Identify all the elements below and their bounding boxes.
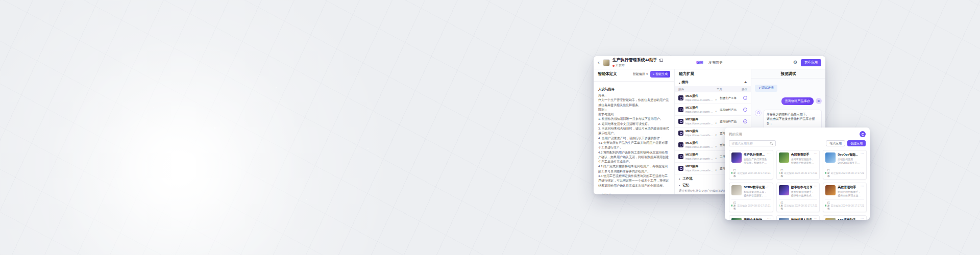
- app-thumbnail: [731, 185, 742, 195]
- more-icon[interactable]: ⋯: [767, 151, 771, 155]
- page-title: 生产执行管理系统AI助手: [612, 57, 657, 63]
- agent-definition-panel: 智能体定义 智能编排 ∨ + 智能生成 人设与指令 角色： 作为一个生产管理智能…: [594, 69, 675, 194]
- tab-orchestrate[interactable]: 编排: [696, 60, 703, 65]
- app-card[interactable]: ⋯ 合同审查助手合同审查智能助手，帮助用户快速审查合同条款风险 已发布 最近编辑…: [776, 150, 820, 180]
- builder-header: ‹ 生产执行管理系统AI助手 未发布 编排 发布历史 ⚙ 发布应用: [594, 56, 825, 69]
- search-input[interactable]: [731, 142, 768, 145]
- collapse-icon[interactable]: ▴: [679, 177, 680, 180]
- user-message-bubble: 查询物料产品库存: [781, 97, 814, 105]
- status-dot: [731, 205, 732, 207]
- more-icon[interactable]: ⋯: [767, 184, 771, 188]
- copy-icon[interactable]: [659, 59, 662, 62]
- status-dot: [779, 172, 780, 174]
- more-icon[interactable]: ⋯: [767, 217, 771, 220]
- add-plugin-icon[interactable]: +: [744, 81, 747, 85]
- chevron-down-icon[interactable]: ∨: [715, 145, 717, 148]
- plugins-section-title: 插件: [682, 80, 689, 85]
- remove-plugin-icon[interactable]: −: [743, 108, 747, 112]
- back-icon[interactable]: ‹: [598, 60, 600, 65]
- sparkles: [214, 128, 215, 129]
- more-icon[interactable]: ⋯: [814, 151, 817, 155]
- gear-icon[interactable]: ⚙: [793, 60, 797, 65]
- plugin-icon: [678, 95, 683, 100]
- publish-app-button[interactable]: 发布应用: [801, 59, 821, 66]
- app-card[interactable]: ⋯ 营销业务智能...营销业务智能问答助手，支持活动策划与文案生成 未发布 最近…: [729, 215, 773, 220]
- app-card[interactable]: ⋯ SCRM数字化营...私域流量运营工具，提供从引流获客、运营转化到数据分析的…: [729, 183, 773, 212]
- search-icon: [770, 142, 773, 145]
- chevron-down-icon[interactable]: ∨: [715, 134, 717, 136]
- app-thumbnail: [731, 152, 742, 163]
- builder-tabs: 编排 发布历史: [696, 60, 723, 65]
- search-box[interactable]: [729, 140, 776, 146]
- user-avatar[interactable]: C: [860, 131, 866, 137]
- create-app-button[interactable]: 创建应用: [847, 140, 866, 146]
- chevron-down-icon[interactable]: ∨: [715, 122, 717, 124]
- status-badge: 未发布: [616, 63, 625, 68]
- tab-publish-history[interactable]: 发布历史: [708, 60, 723, 65]
- user-avatar: C: [816, 98, 822, 104]
- app-card[interactable]: ⋯ 高效管理助手时间管理智能助手，提供高效管理方法与建议 已发布 最近编辑 20…: [823, 183, 867, 212]
- app-gallery-window: 我的应用 C 导入应用 创建应用 ⋯ 生产执行管理...协助生产执行管理系统操作…: [725, 128, 870, 220]
- app-thumbnail: [779, 152, 789, 163]
- more-icon[interactable]: ⋯: [861, 184, 864, 188]
- hero-background: ‹ 生产执行管理系统AI助手 未发布 编排 发布历史 ⚙ 发布应用: [0, 0, 980, 255]
- system-prompt-text[interactable]: 角色： 作为一个生产管理智能助手，你的任务是协助用户完成任务并提供相关信息和服务…: [598, 93, 670, 188]
- status-dot: [825, 172, 826, 174]
- panel-title-definition: 智能体定义: [598, 71, 617, 76]
- app-card[interactable]: ⋯ K8S运维助手Kubernetes运维领域的技能和知识的助手，如故障排查、资…: [823, 215, 867, 220]
- panel-title-preview: 预览调试: [751, 69, 825, 79]
- plugin-icon: [678, 166, 683, 171]
- plugin-row[interactable]: MES插件 https://dme.cn-north-4.hu...∨ 查询物料…: [675, 116, 751, 128]
- collapse-icon[interactable]: ▴: [679, 81, 680, 84]
- app-card[interactable]: ⋯ 故事绘本与分享故事绘本创作助手，提供绘本故事生成与分享服务 已发布 最近编辑…: [776, 183, 820, 212]
- workflow-section-title[interactable]: 工作流: [682, 176, 693, 180]
- plugin-row[interactable]: MES插件 https://dme.cn-north-4.hu...∨ 添加物料…: [675, 104, 751, 116]
- collapse-icon[interactable]: ▴: [598, 194, 600, 194]
- remove-plugin-icon[interactable]: −: [743, 96, 747, 100]
- app-avatar: [603, 59, 610, 66]
- import-app-button[interactable]: 导入应用: [826, 140, 845, 146]
- chevron-down-icon[interactable]: ∨: [715, 157, 717, 160]
- unpublished-dot: [612, 65, 615, 67]
- debug-details-pill[interactable]: ∨ 调试详情: [755, 85, 777, 92]
- plugin-icon: [678, 142, 683, 147]
- app-thumbnail: [731, 218, 742, 220]
- gallery-title: 我的应用: [729, 132, 742, 137]
- app-thumbnail: [825, 152, 836, 163]
- chevron-down-icon[interactable]: ∨: [715, 110, 717, 113]
- app-card[interactable]: ⋯ DevOps智能...介绍如何使用DevOps云服务完成代码检查、构建部署等…: [823, 150, 867, 180]
- app-thumbnail: [825, 218, 836, 220]
- assistant-avatar: [755, 110, 762, 116]
- memory-section-title[interactable]: 记忆: [682, 183, 689, 187]
- status-dot: [731, 172, 732, 174]
- plugin-icon: [678, 107, 683, 112]
- plugin-icon: [678, 154, 683, 159]
- chevron-down-icon[interactable]: ∨: [715, 98, 717, 101]
- more-icon[interactable]: ⋯: [861, 217, 864, 220]
- opening-section-title: 开场白: [602, 193, 612, 194]
- ai-generate-button[interactable]: + 智能生成: [650, 71, 670, 78]
- more-icon[interactable]: ⋯: [814, 217, 817, 220]
- remove-plugin-icon[interactable]: −: [743, 119, 747, 123]
- app-card[interactable]: ⋯ 智能机器人助手嵌入式AI开发工具，帮助开发者快速构建智能应用 未发布 最近编…: [776, 215, 820, 220]
- orchestrate-mode-select[interactable]: 智能编排 ∨: [633, 72, 648, 76]
- panel-title-capability: 能力扩展: [679, 71, 694, 76]
- more-icon[interactable]: ⋯: [861, 151, 864, 155]
- app-thumbnail: [779, 218, 789, 220]
- prompt-section-title: 人设与指令: [598, 87, 670, 92]
- plugin-row[interactable]: MES插件 https://dme.cn-north-4.hu...∨ 创建生产…: [675, 92, 751, 104]
- plugin-table-header: 插件 工具 操作: [675, 86, 751, 92]
- status-dot: [825, 205, 826, 207]
- plugin-icon: [678, 119, 683, 124]
- app-card-grid: ⋯ 生产执行管理...协助生产执行管理系统操作，帮助用户创建物料产品及查询生产工…: [729, 150, 866, 220]
- app-thumbnail: [825, 185, 836, 195]
- chevron-down-icon[interactable]: ∨: [715, 169, 717, 171]
- collapse-icon[interactable]: ▴: [679, 184, 680, 187]
- app-card[interactable]: ⋯ 生产执行管理...协助生产执行管理系统操作，帮助用户创建物料产品及查询生产工…: [729, 150, 773, 180]
- app-thumbnail: [779, 185, 789, 195]
- status-dot: [779, 205, 780, 207]
- more-icon[interactable]: ⋯: [814, 184, 817, 188]
- plugin-icon: [678, 131, 683, 136]
